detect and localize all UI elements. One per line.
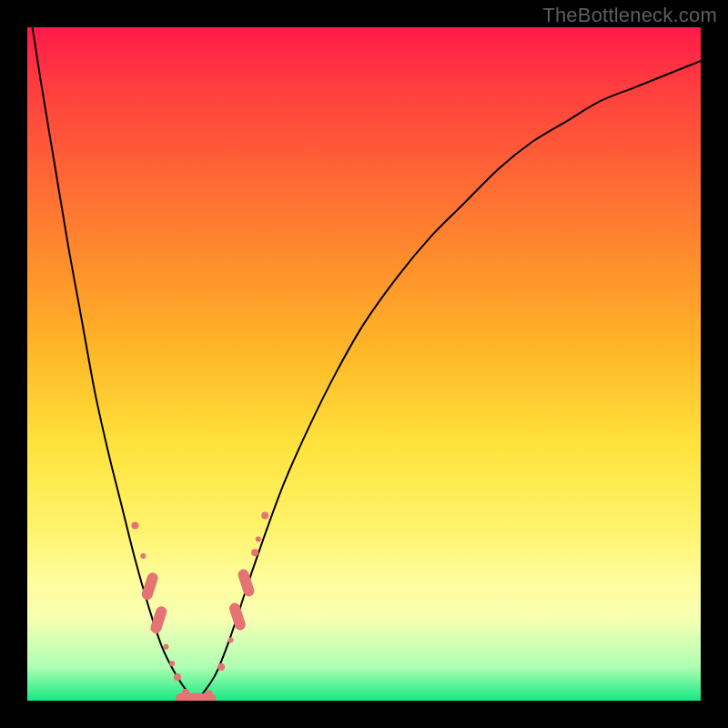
data-marker-pill <box>228 602 247 632</box>
data-marker <box>174 673 181 681</box>
data-markers <box>131 512 268 702</box>
bottleneck-curve <box>27 27 701 701</box>
data-marker <box>261 512 268 520</box>
data-marker <box>169 661 175 666</box>
data-marker <box>163 644 168 650</box>
watermark-label: TheBottleneck.com <box>542 4 717 27</box>
chart-svg <box>27 27 701 701</box>
data-marker <box>228 637 234 642</box>
data-marker <box>131 522 138 530</box>
data-marker <box>140 553 146 559</box>
plot-area <box>27 27 701 701</box>
chart-frame: TheBottleneck.com <box>0 0 728 728</box>
data-marker <box>251 549 258 556</box>
data-marker <box>256 536 261 541</box>
data-marker <box>217 663 225 671</box>
data-marker-pill <box>237 568 256 598</box>
data-marker <box>206 691 213 698</box>
